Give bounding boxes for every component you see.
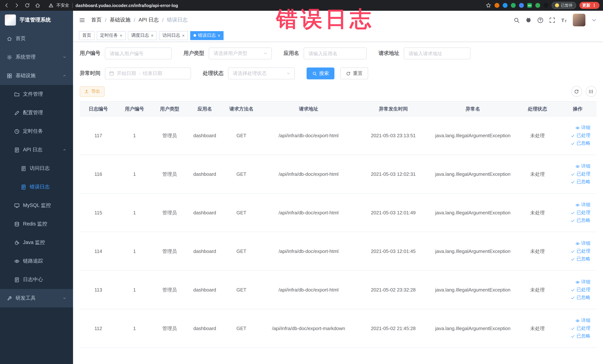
detail-link[interactable]: 详细 (561, 201, 590, 209)
tab-home[interactable]: 首页 (79, 31, 94, 40)
sidebar-item-dev-tools[interactable]: 研发工具 (0, 289, 73, 307)
column-settings-button[interactable] (586, 86, 596, 97)
table-header-cell: 处理状态 (516, 101, 559, 116)
close-tab-icon[interactable]: × (218, 33, 220, 38)
tab-error-log[interactable]: 错误日志× (190, 31, 223, 40)
processed-link[interactable]: 已处理 (561, 209, 590, 217)
sidebar-item-trace[interactable]: 链路追踪 (0, 252, 73, 270)
tab-access-log[interactable]: 访问日志× (159, 31, 188, 40)
sidebar-item-redis[interactable]: Redis 监控 (0, 215, 73, 233)
app-title: 芋道管理系统 (20, 17, 51, 23)
table-cell-url: /api/infra/db-doc/export-html (260, 232, 357, 270)
font-size-icon[interactable]: TT (561, 17, 567, 23)
table-header-cell: 用户类型 (152, 101, 187, 116)
file-icon (14, 91, 20, 97)
github-icon[interactable] (525, 17, 532, 23)
paused-badge[interactable]: 已暂停 (552, 2, 576, 9)
sidebar-item-system[interactable]: 系统管理 (0, 48, 73, 66)
eye-icon (575, 164, 580, 169)
extension-blue-grid-icon[interactable] (519, 3, 524, 8)
date-range-picker[interactable]: 开始日期 - 结束日期 (105, 68, 191, 79)
check-icon (570, 172, 575, 176)
processed-link[interactable]: 已处理 (561, 170, 590, 178)
sidebar-item-job[interactable]: 定时任务 (0, 122, 73, 141)
help-icon[interactable] (537, 17, 543, 23)
tab-scheduled-job[interactable]: 定时任务× (97, 31, 126, 40)
process-status-select[interactable]: 请选择处理状态 (228, 68, 295, 79)
user-type-placeholder: 请选择用户类型 (214, 50, 247, 57)
check-icon (570, 141, 575, 146)
extension-on-badge-icon[interactable]: on (527, 3, 532, 8)
processed-link[interactable]: 已处理 (561, 247, 590, 255)
back-icon[interactable] (4, 3, 9, 8)
search-button[interactable]: 搜索 (307, 68, 334, 79)
sidebar-item-access-log[interactable]: 访问日志 (0, 159, 73, 178)
update-button[interactable]: 更新 ⋮ (579, 2, 599, 9)
detail-link[interactable]: 详细 (561, 163, 590, 170)
settings-icon (7, 54, 12, 60)
sidebar-item-config[interactable]: 配置管理 (0, 104, 73, 122)
ignored-link[interactable]: 已忽略 (561, 140, 590, 147)
sidebar-item-java[interactable]: Java 监控 (0, 233, 73, 252)
ignored-link[interactable]: 已忽略 (561, 255, 590, 263)
sidebar-item-file[interactable]: 文件管理 (0, 85, 73, 104)
sidebar-item-error-log[interactable]: 错误日志 (0, 178, 73, 196)
detail-link[interactable]: 详细 (561, 124, 590, 132)
extension-orange-icon[interactable] (495, 3, 499, 8)
breadcrumb-item[interactable]: API 日志 (139, 17, 159, 23)
forward-icon[interactable] (14, 3, 20, 8)
tab-label: 访问日志 (162, 32, 180, 39)
processed-link[interactable]: 已处理 (561, 286, 590, 294)
request-url-input[interactable] (404, 47, 470, 59)
bookmark-star-icon[interactable] (486, 3, 491, 8)
browser-menu-kebab-icon[interactable]: ⋮ (592, 3, 596, 8)
detail-link[interactable]: 详细 (561, 278, 590, 286)
action-label: 详细 (581, 163, 590, 170)
sidebar-item-log-center[interactable]: 日志中心 (0, 270, 73, 289)
extension-dark-icon[interactable] (544, 3, 548, 8)
avatar-chevron-down-icon[interactable] (591, 17, 597, 23)
breadcrumb-item[interactable]: 基础设施 (110, 17, 130, 23)
tab-job-log[interactable]: 调度日志× (128, 31, 157, 40)
sidebar-item-mysql[interactable]: MySQL 监控 (0, 196, 73, 215)
user-avatar[interactable] (573, 14, 585, 26)
table-cell-method: GET (222, 232, 260, 270)
app-name-input[interactable] (304, 47, 367, 59)
detail-link[interactable]: 详细 (561, 317, 590, 325)
filter-app-name: 应用名 (284, 47, 367, 59)
filter-row-1: 用户编号 用户类型 请选择用户类型 应用名 (80, 47, 596, 59)
app-logo-row[interactable]: 芋道管理系统 (0, 11, 73, 29)
close-tab-icon[interactable]: × (151, 33, 153, 38)
search-icon[interactable] (513, 17, 520, 23)
user-type-select[interactable]: 请选择用户类型 (209, 47, 272, 59)
sidebar-item-home[interactable]: 首页 (0, 29, 73, 48)
processed-link[interactable]: 已处理 (561, 132, 590, 140)
close-tab-icon[interactable]: × (120, 33, 122, 38)
reload-icon[interactable] (24, 3, 30, 8)
sidebar-item-label: 研发工具 (16, 295, 35, 302)
export-button[interactable]: 导出 (80, 86, 104, 97)
table-tools (571, 86, 596, 97)
hamburger-icon[interactable] (79, 17, 85, 23)
address-bar[interactable]: 不安全 dashboard.yudao.iocoder.cn/infra/log… (44, 3, 482, 8)
ignored-link[interactable]: 已忽略 (561, 178, 590, 186)
reset-button-label: 重置 (353, 70, 363, 77)
detail-link[interactable]: 详细 (561, 240, 590, 247)
ignored-link[interactable]: 已忽略 (561, 294, 590, 302)
ignored-link[interactable]: 已忽略 (561, 332, 590, 340)
sidebar-item-infrastructure[interactable]: 基础设施 (0, 66, 73, 85)
home-icon[interactable] (35, 3, 40, 8)
reset-button[interactable]: 重置 (340, 68, 368, 79)
extension-green-circle-icon[interactable] (511, 3, 516, 8)
table-cell-time: 2021-05-03 12:01:45 (357, 232, 430, 270)
close-tab-icon[interactable]: × (182, 33, 185, 38)
refresh-button[interactable] (571, 86, 582, 97)
extension-blue-drop-icon[interactable] (503, 3, 508, 8)
sidebar-item-api-log[interactable]: API 日志 (0, 141, 73, 159)
fullscreen-icon[interactable] (549, 17, 555, 23)
breadcrumb-item[interactable]: 首页 (91, 17, 102, 23)
ignored-link[interactable]: 已忽略 (561, 217, 590, 224)
processed-link[interactable]: 已处理 (561, 325, 590, 332)
user-id-input[interactable] (105, 47, 172, 59)
extension-green-leaf-icon[interactable] (535, 3, 540, 8)
